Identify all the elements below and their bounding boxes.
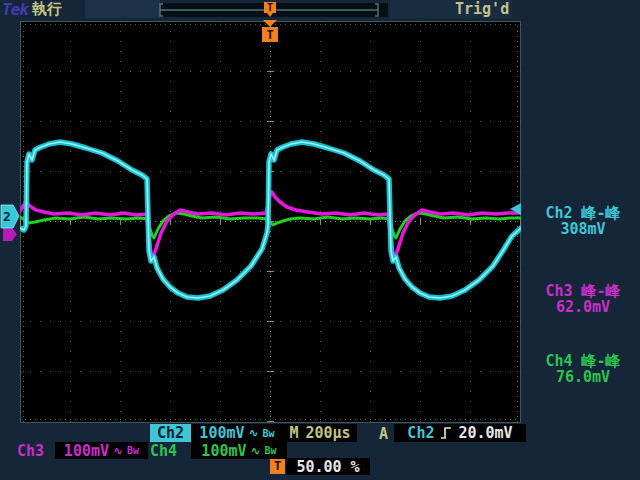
measurement-ch2-value: 308mV xyxy=(528,221,638,237)
ch2-scale-readout: 100mV ∿ Bw xyxy=(191,424,283,442)
ch4-channel-label: Ch4 xyxy=(150,443,177,460)
measurement-ch2: Ch2 峰-峰 308mV xyxy=(528,205,638,237)
ch2-bandwidth-icon: Bw xyxy=(263,428,275,439)
svg-text:T: T xyxy=(266,28,273,42)
trigger-source: Ch2 xyxy=(407,424,434,442)
ch3-coupling-icon: ∿ xyxy=(113,444,123,458)
ch2-coupling-icon: ∿ xyxy=(249,426,259,440)
ch4-coupling-icon: ∿ xyxy=(251,444,261,458)
measurement-ch3-value: 62.0mV xyxy=(528,299,638,315)
trigger-level-arrow-icon xyxy=(510,203,521,215)
ch4-bandwidth-icon: Bw xyxy=(265,445,277,456)
overlay-markers: T T 2 xyxy=(0,0,640,480)
rising-edge-icon xyxy=(440,426,452,440)
ch2-scale-value: 100mV xyxy=(199,424,244,442)
ch4-scale-value: 100mV xyxy=(201,442,246,460)
acquisition-label: A xyxy=(379,426,388,443)
ch3-bandwidth-icon: Bw xyxy=(127,445,139,456)
measurement-ch4-value: 76.0mV xyxy=(528,369,638,385)
ch3-channel-label: Ch3 xyxy=(17,443,44,460)
ch3-scale-value: 100mV xyxy=(64,442,109,460)
ch2-channel-badge: Ch2 xyxy=(150,424,191,442)
ch3-ground-marker xyxy=(3,228,17,241)
record-trigger-icon: T xyxy=(264,2,276,17)
ch4-scale-readout: 100mV ∿ Bw xyxy=(191,442,287,459)
timebase-value: 200µs xyxy=(305,424,350,442)
oscilloscope-screen: Tek 執行 Trig'd xyxy=(0,0,640,480)
timebase-label: M xyxy=(289,424,298,442)
measurement-ch3: Ch3 峰-峰 62.0mV xyxy=(528,283,638,315)
ch2-ground-marker: 2 xyxy=(1,205,19,228)
trigger-readout: Ch2 20.0mV xyxy=(394,424,526,442)
timebase-readout: M 200µs xyxy=(283,424,357,442)
measurement-ch3-label: Ch3 峰-峰 xyxy=(528,283,638,299)
horizontal-position-value: 50.00 % xyxy=(296,458,359,476)
svg-text:2: 2 xyxy=(3,209,11,224)
measurement-ch4-label: Ch4 峰-峰 xyxy=(528,353,638,369)
trigger-position-icon: T xyxy=(262,20,278,42)
ch3-scale-readout: 100mV ∿ Bw xyxy=(55,442,148,459)
horizontal-position-readout: 50.00 % xyxy=(286,458,370,475)
svg-text:T: T xyxy=(267,2,273,13)
horizontal-position-icon: T xyxy=(270,459,285,474)
measurement-ch4: Ch4 峰-峰 76.0mV xyxy=(528,353,638,385)
trigger-level: 20.0mV xyxy=(458,424,512,442)
measurement-ch2-label: Ch2 峰-峰 xyxy=(528,205,638,221)
